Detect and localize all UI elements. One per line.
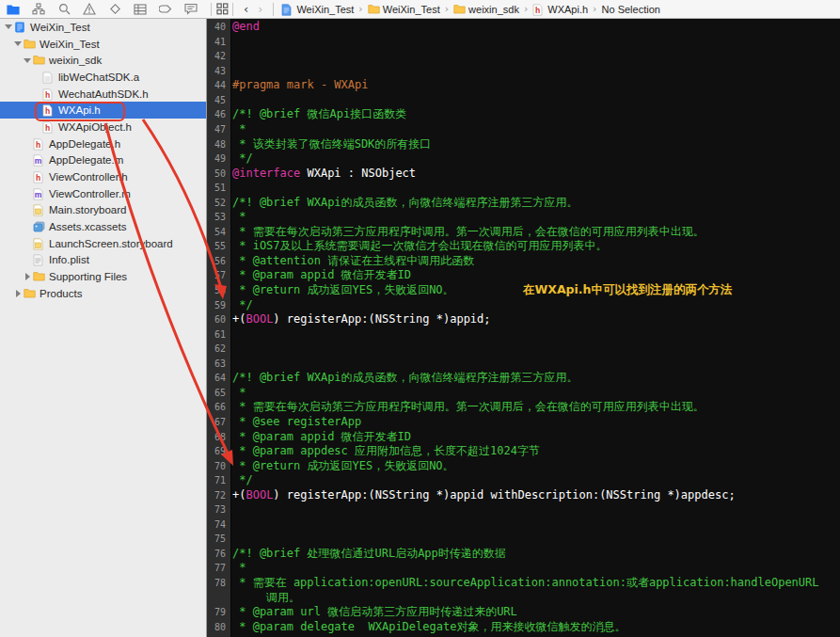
code-text: * 需要在每次启动第三方应用程序时调用。第一次调用后，会在微信的可用应用列表中出…: [229, 225, 705, 240]
code-line: 71 */: [207, 473, 840, 488]
breadcrumb-item[interactable]: hWXApi.h: [532, 4, 588, 15]
code-line: 65 *: [207, 386, 840, 401]
sidebar-item-libwechatsdk-a[interactable]: libWeChatSDK.a: [0, 69, 206, 86]
code-text: /*! @brief 微信Api接口函数类: [229, 107, 406, 122]
navigator-selector-bar: [0, 0, 207, 18]
sidebar-item-info-plist[interactable]: Info.plist: [0, 252, 206, 269]
sidebar-item-label: Supporting Files: [49, 271, 127, 282]
sidebar-item-launchscreen-storyboard[interactable]: LaunchScreen.storyboard: [0, 235, 206, 252]
code-line: 调用。: [207, 591, 840, 606]
code-text: [229, 518, 232, 533]
code-line: 63: [207, 357, 840, 372]
file-blue-icon: [281, 4, 293, 15]
breadcrumb-item[interactable]: weixin_sdk: [453, 4, 519, 15]
disclosure-triangle-icon[interactable]: [4, 24, 13, 29]
sidebar-item-appdelegate-m[interactable]: mAppDelegate.m: [0, 152, 206, 169]
line-number: 58: [207, 283, 229, 298]
code-line: 60+(BOOL) registerApp:(NSString *)appid;: [207, 312, 840, 327]
svg-text:m: m: [35, 190, 42, 199]
disclosure-triangle-icon[interactable]: [23, 58, 32, 63]
line-number: 72: [207, 488, 229, 503]
line-number: 69: [207, 444, 229, 459]
sidebar-item-viewcontroller-m[interactable]: mViewController.m: [0, 185, 206, 202]
issue-navigator-icon[interactable]: [83, 3, 96, 16]
code-line: 64/*! @brief WXApi的成员函数，向微信终端程序注册第三方应用。: [207, 371, 840, 386]
sidebar-item-label: Assets.xcassets: [49, 221, 126, 232]
disclosure-triangle-icon[interactable]: [13, 41, 23, 46]
disclosure-triangle-icon[interactable]: [23, 273, 32, 280]
code-line: 45: [207, 93, 840, 108]
sidebar-item-label: Main.storyboard: [49, 204, 126, 215]
code-text: @end: [229, 20, 260, 35]
code-text: * @param url 微信启动第三方应用时传递过来的URL: [229, 605, 517, 620]
project-navigator-icon[interactable]: [7, 3, 20, 16]
breadcrumb-item[interactable]: WeiXin_Test: [368, 4, 440, 15]
related-items-icon[interactable]: [215, 3, 229, 16]
code-line: 79 * @param url 微信启动第三方应用时传递过来的URL: [207, 605, 840, 620]
h-file-icon: h: [42, 121, 54, 133]
sidebar-item-wechatauthsdk-h[interactable]: hWechatAuthSDK.h: [0, 86, 206, 103]
sidebar-item-products[interactable]: Products: [0, 285, 206, 302]
breadcrumb-item[interactable]: WeiXin_Test: [281, 4, 354, 15]
code-line: 40@end: [207, 20, 840, 35]
code-line: 55 * iOS7及以上系统需要调起一次微信才会出现在微信的可用应用列表中。: [207, 239, 840, 254]
folder-icon: [453, 4, 465, 15]
breadcrumb-label: weixin_sdk: [468, 4, 519, 15]
divider: [232, 3, 233, 16]
code-line: 59 */: [207, 298, 840, 313]
folder-file-icon: [33, 55, 44, 66]
line-number: 76: [207, 547, 229, 562]
symbol-navigator-icon[interactable]: [32, 3, 45, 16]
line-number: 49: [207, 151, 229, 167]
sidebar-item-supporting-files[interactable]: Supporting Files: [0, 268, 206, 285]
breadcrumb-label: WXApi.h: [547, 4, 588, 15]
source-editor[interactable]: 40@end41424344#pragma mark - WXApi4546/*…: [207, 19, 840, 637]
line-number: 43: [207, 64, 229, 79]
breakpoint-navigator-icon[interactable]: [159, 3, 172, 16]
navigator-and-jump-bar: ‹ › WeiXin_Test›WeiXin_Test›weixin_sdk›h…: [0, 0, 840, 19]
find-navigator-icon[interactable]: [57, 3, 71, 16]
line-number: 60: [207, 312, 229, 327]
code-text: [229, 64, 232, 79]
folder-file-icon: [24, 288, 35, 299]
code-text: */: [229, 151, 253, 167]
code-text: [229, 342, 232, 357]
h-file-icon: h: [33, 171, 44, 183]
forward-chevron-icon[interactable]: ›: [255, 3, 265, 15]
sidebar-item-label: AppDelegate.m: [49, 154, 123, 166]
sidebar-item-assets-xcassets[interactable]: Assets.xcassets: [0, 218, 206, 235]
sidebar-item-weixin-sdk[interactable]: weixin_sdk: [0, 52, 206, 69]
report-navigator-icon[interactable]: [184, 3, 198, 16]
code-line: 72+(BOOL) registerApp:(NSString *)appid …: [207, 488, 840, 503]
svg-text:h: h: [45, 123, 50, 133]
sidebar-item-weixin-test[interactable]: WeiXin_Test: [0, 36, 206, 53]
back-chevron-icon[interactable]: ‹: [241, 3, 251, 15]
divider: [273, 3, 274, 16]
breadcrumb: WeiXin_Test›WeiXin_Test›weixin_sdk›hWXAp…: [281, 3, 659, 15]
storyboard-file-icon: [33, 238, 44, 249]
sidebar-item-appdelegate-h[interactable]: hAppDelegate.h: [0, 135, 206, 152]
folder-file-icon: [24, 39, 35, 50]
code-line: 76/*! @brief 处理微信通过URL启动App时传递的数据: [207, 547, 840, 562]
code-line: 48 * 该类封装了微信终端SDK的所有接口: [207, 137, 840, 152]
code-text: *: [229, 210, 246, 225]
line-number: 78: [207, 576, 229, 591]
test-navigator-icon[interactable]: [108, 3, 121, 16]
code-line: 51: [207, 181, 840, 196]
debug-navigator-icon[interactable]: [134, 3, 147, 16]
breadcrumb-item[interactable]: No Selection: [602, 4, 660, 15]
sidebar-item-viewcontroller-h[interactable]: hViewController.h: [0, 168, 206, 185]
code-text: /*! @brief WXApi的成员函数，向微信终端程序注册第三方应用。: [229, 196, 578, 211]
disclosure-triangle-icon[interactable]: [13, 290, 23, 297]
code-text: *: [229, 561, 246, 576]
line-number: 63: [207, 357, 229, 372]
sidebar-item-main-storyboard[interactable]: Main.storyboard: [0, 202, 206, 219]
code-line: 62: [207, 342, 840, 357]
code-text: * @param appid 微信开发者ID: [229, 430, 411, 445]
sidebar-item-weixin-test[interactable]: WeiXin_Test: [0, 19, 206, 36]
svg-text:m: m: [35, 156, 42, 166]
line-number: 57: [207, 268, 229, 283]
sidebar-item-label: Products: [40, 288, 82, 299]
line-number: 68: [207, 430, 229, 445]
line-number: 80: [207, 620, 229, 635]
